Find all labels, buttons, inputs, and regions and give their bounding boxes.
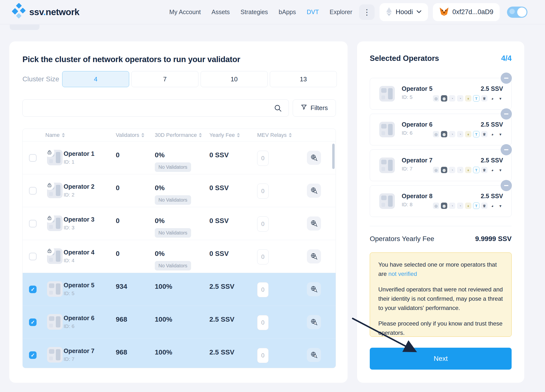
column-header-name[interactable]: Name [45, 129, 65, 141]
validators-count: 0 [116, 217, 120, 225]
avatar-shape [49, 225, 53, 229]
nav-link-dvt[interactable]: DVT [307, 9, 319, 16]
operator-checkbox[interactable]: ✓ [29, 351, 37, 359]
mev-relays-row: ◎◍◔◔♦T♕◕▾ [433, 131, 504, 137]
minus-icon [504, 113, 508, 114]
performance-value: 100% [155, 348, 172, 356]
brand-logo[interactable]: ssv.network [12, 3, 79, 21]
search-row: Filters [22, 99, 336, 117]
operator-checkbox[interactable]: ✓ [29, 286, 37, 293]
remove-operator-button[interactable] [501, 108, 512, 120]
nav-link-my-account[interactable]: My Account [169, 9, 201, 16]
open-in-explorer-button[interactable] [307, 184, 321, 198]
mev-relays-count: 0 [257, 184, 269, 199]
yearly-fee-cell: 2.5 SSV [209, 316, 234, 323]
cluster-size-option-13[interactable]: 13 [270, 71, 337, 87]
relay-badge-6-icon: T [473, 131, 479, 137]
relay-badge-3-icon: ◔ [449, 167, 455, 173]
avatar-shape [388, 196, 393, 207]
avatar-shape [49, 258, 53, 262]
sort-icon [141, 133, 144, 137]
column-header-mev-relays[interactable]: MEV Relays [257, 129, 292, 141]
avatar-shape [49, 159, 53, 163]
open-in-explorer-button[interactable] [307, 282, 321, 296]
validators-count: 0 [116, 250, 120, 258]
yearly-fee-cell: 0 SSV [209, 250, 229, 258]
next-button[interactable]: Next [370, 348, 512, 370]
operator-name: Operator 4 [64, 249, 94, 256]
kebab-menu-icon: ⋮ [363, 8, 371, 17]
remove-operator-button[interactable] [501, 73, 512, 84]
column-header-yearly-fee[interactable]: Yearly Fee [209, 129, 240, 141]
relay-badge-6-icon: T [473, 95, 479, 102]
open-in-explorer-button[interactable] [307, 151, 321, 165]
open-in-explorer-button[interactable] [307, 348, 321, 362]
warning-line-1: You have selected one or more operators … [378, 260, 503, 279]
performance-value: 0% [155, 250, 165, 257]
operator-checkbox[interactable] [29, 187, 37, 195]
not-verified-link[interactable]: not verified [388, 271, 417, 277]
nav-link-bapps[interactable]: bApps [279, 9, 296, 16]
open-in-explorer-button[interactable] [307, 216, 321, 231]
moon-icon [509, 9, 515, 14]
yearly-fee-value: 9.9999 SSV [475, 235, 512, 243]
lock-icon [45, 147, 54, 157]
operator-checkbox[interactable] [29, 220, 37, 227]
warning-paragraph-2: Unverified operators that were not revie… [378, 285, 503, 313]
relay-badge-8-icon: ◕ [489, 167, 496, 173]
performance-cell: 100% [155, 348, 172, 356]
navbar: ssv.network My AccountAssetsStrategiesbA… [0, 0, 545, 24]
table-scrollbar[interactable] [332, 144, 335, 169]
cluster-size-option-4[interactable]: 4 [62, 71, 129, 87]
performance-value: 100% [155, 283, 172, 290]
column-header-30d-performance[interactable]: 30D Performance [155, 129, 202, 141]
relay-badge-7-icon: ♕ [481, 95, 487, 102]
selected-operator-card-operator-8: Operator 8ID: 82.5 SSV◎◍◔◔♦T♕◕▾ [370, 185, 512, 217]
operator-checkbox[interactable]: ✓ [29, 318, 37, 326]
column-label: MEV Relays [257, 132, 287, 138]
funnel-icon [301, 104, 307, 112]
operator-checkbox[interactable] [29, 253, 37, 260]
relay-badge-7-icon: ♕ [481, 131, 487, 137]
filters-button[interactable]: Filters [293, 99, 336, 117]
avatar-shape [381, 124, 387, 129]
yearly-fee-cell: 0 SSV [209, 151, 229, 159]
operator-name: Operator 5 [64, 282, 94, 289]
yearly-fee-label: Operators Yearly Fee [370, 235, 434, 243]
mev-relays-count: 0 [257, 216, 269, 232]
relay-badge-3-icon: ◔ [449, 95, 455, 102]
relay-badge-8-icon: ◕ [489, 203, 496, 209]
nav-link-assets[interactable]: Assets [212, 9, 230, 16]
globe-search-icon [310, 318, 318, 326]
network-selector[interactable]: Hoodi [380, 3, 428, 21]
operator-row-operator-4: Operator 4ID: 400%No Validators0 SSV0 [23, 240, 336, 273]
relay-badge-4-icon: ◔ [457, 95, 463, 102]
operator-id: ID: 8 [402, 202, 412, 207]
globe-search-icon [310, 187, 318, 195]
relay-badge-5-icon: ♦ [465, 167, 471, 173]
relay-badge-4-icon: ◔ [457, 203, 463, 209]
avatar-shape [49, 192, 53, 196]
cluster-size-option-7[interactable]: 7 [131, 71, 198, 87]
wallet-button[interactable]: 0xf27d...0aD9 [433, 3, 500, 21]
search-input[interactable] [23, 100, 289, 116]
brand-name: ssv.network [29, 7, 79, 17]
nav-link-strategies[interactable]: Strategies [241, 9, 268, 16]
relay-badge-1-icon: ◎ [433, 95, 439, 102]
open-in-explorer-button[interactable] [307, 249, 321, 263]
more-menu-button[interactable]: ⋮ [359, 4, 375, 20]
column-header-validators[interactable]: Validators [116, 129, 144, 141]
remove-operator-button[interactable] [501, 144, 512, 155]
avatar-shape [381, 88, 387, 93]
avatar-shape [56, 349, 60, 360]
toggle-knob [517, 8, 526, 17]
operator-fee: 2.5 SSV [481, 121, 503, 128]
open-in-explorer-button[interactable] [307, 315, 321, 329]
remove-operator-button[interactable] [501, 180, 512, 191]
performance-value: 100% [155, 316, 172, 323]
nav-link-explorer[interactable]: Explorer [330, 9, 352, 16]
cluster-size-option-10[interactable]: 10 [201, 71, 268, 87]
operator-checkbox[interactable] [29, 154, 37, 162]
theme-toggle[interactable] [507, 7, 527, 18]
relay-badge-1-icon: ◎ [433, 131, 439, 137]
